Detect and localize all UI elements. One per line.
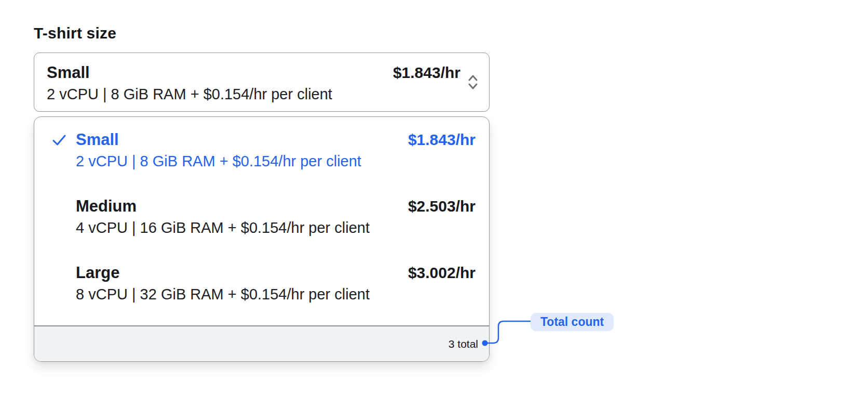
annotation-label: Total count: [531, 313, 614, 331]
option-small[interactable]: Small 2 vCPU | 8 GiB RAM + $0.154/hr per…: [34, 117, 489, 183]
option-text: Large 8 vCPU | 32 GiB RAM + $0.154/hr pe…: [76, 262, 408, 305]
option-name: Medium: [76, 195, 408, 217]
option-list: Small 2 vCPU | 8 GiB RAM + $0.154/hr per…: [34, 117, 489, 325]
selected-option-name: Small: [47, 62, 393, 84]
tshirt-size-select-trigger[interactable]: Small 2 vCPU | 8 GiB RAM + $0.154/hr per…: [34, 52, 490, 112]
option-text: Small 2 vCPU | 8 GiB RAM + $0.154/hr per…: [76, 129, 408, 172]
selected-check-column: [51, 195, 76, 199]
tshirt-size-dropdown: Small 2 vCPU | 8 GiB RAM + $0.154/hr per…: [34, 116, 490, 362]
selected-option-summary: Small 2 vCPU | 8 GiB RAM + $0.154/hr per…: [47, 62, 393, 104]
option-medium[interactable]: Medium 4 vCPU | 16 GiB RAM + $0.154/hr p…: [34, 183, 489, 250]
check-icon: [51, 132, 67, 148]
option-specs: 4 vCPU | 16 GiB RAM + $0.154/hr per clie…: [76, 217, 408, 238]
option-name: Large: [76, 262, 408, 284]
field-label: T-shirt size: [34, 23, 490, 44]
dropdown-footer: 3 total: [34, 325, 489, 361]
selected-check-column: [51, 129, 76, 150]
tshirt-size-field: T-shirt size Small 2 vCPU | 8 GiB RAM + …: [34, 23, 490, 362]
selected-option-price: $1.843/hr: [393, 62, 460, 84]
option-name: Small: [76, 129, 408, 151]
option-specs: 2 vCPU | 8 GiB RAM + $0.154/hr per clien…: [76, 151, 408, 172]
option-price: $2.503/hr: [408, 195, 476, 217]
option-text: Medium 4 vCPU | 16 GiB RAM + $0.154/hr p…: [76, 195, 408, 238]
option-specs: 8 vCPU | 32 GiB RAM + $0.154/hr per clie…: [76, 284, 408, 305]
option-price: $3.002/hr: [408, 262, 476, 284]
chevron-up-down-icon: [467, 73, 479, 91]
option-price: $1.843/hr: [408, 129, 476, 151]
selected-check-column: [51, 262, 76, 265]
selected-option-price-group: $1.843/hr: [393, 62, 480, 91]
selected-option-specs: 2 vCPU | 8 GiB RAM + $0.154/hr per clien…: [47, 84, 393, 104]
option-large[interactable]: Large 8 vCPU | 32 GiB RAM + $0.154/hr pe…: [34, 250, 489, 317]
total-count-text: 3 total: [449, 338, 478, 350]
